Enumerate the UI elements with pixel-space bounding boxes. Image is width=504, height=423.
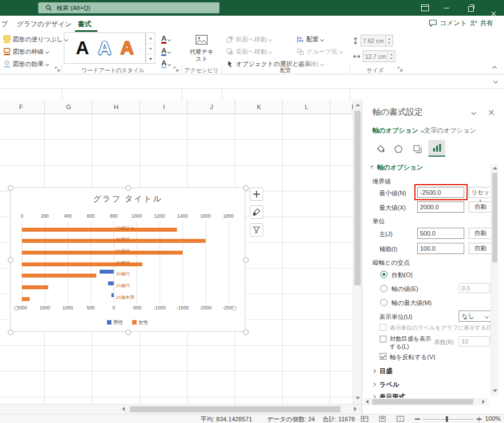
pane-tab-text-options[interactable]: 文字のオプション [424,126,477,135]
comments-button[interactable]: コメント [429,18,467,28]
major-value-input[interactable]: 500.0 [417,228,464,239]
zoom-slider-track[interactable] [423,419,473,420]
shape-effects-button[interactable]: 図形の効果 [3,58,49,69]
dialog-launcher-icon[interactable] [398,67,403,72]
category-axis-label[interactable]: 20歳未満 [116,294,134,300]
selection-handle[interactable] [243,330,249,335]
wordart-style-black[interactable]: A [76,37,89,59]
chart-elements-button[interactable] [250,187,263,201]
display-units-dropdown[interactable]: なし [459,311,491,322]
chart-bar-female[interactable] [22,228,177,232]
section-axis-options[interactable]: 軸のオプション [371,163,423,172]
page-break-view-icon[interactable] [396,416,404,422]
pane-horizontal-scrollbar[interactable] [363,398,489,406]
effects-icon[interactable] [390,141,406,157]
column-header[interactable]: H [92,100,140,114]
chart-bar-female[interactable] [22,239,206,243]
chart-bar-female[interactable] [22,285,48,289]
chart-bar-male[interactable] [108,281,114,285]
gallery-down-button[interactable] [146,44,155,54]
selection-handle[interactable] [8,185,13,191]
wordart-style-orange[interactable]: A [120,37,134,59]
formula-bar[interactable] [0,74,504,89]
pane-vertical-scrollbar[interactable] [491,164,498,396]
category-axis-label[interactable]: 60歳代 [116,236,130,242]
vertical-scroll-thumb[interactable] [354,111,361,285]
radio-axis-value[interactable] [380,285,388,292]
category-axis-label[interactable]: 20歳代 [116,283,130,289]
scroll-down-icon[interactable] [493,389,497,392]
share-button[interactable]: 共有 [470,18,493,28]
chart-bar-female[interactable] [22,274,96,278]
log-scale-checkbox[interactable] [380,336,386,342]
send-backward-button[interactable]: 背面へ移動 [226,46,272,57]
chart-filters-button[interactable] [250,223,263,237]
max-value-input[interactable]: 2000.0 [417,201,464,213]
selection-handle[interactable] [243,257,249,263]
status-count[interactable]: データの個数: 24 [267,415,315,423]
section-tick-marks[interactable]: 目盛 [372,367,393,375]
stepper-down-icon[interactable] [390,58,393,59]
pane-close-icon[interactable] [489,109,494,115]
group-button[interactable]: グループ化 [297,46,342,57]
dialog-launcher-icon[interactable] [174,67,179,72]
pane-vscroll-thumb[interactable] [492,173,497,262]
chart-legend[interactable]: 男性女性 [11,317,245,327]
height-stepper[interactable]: 7.62 cm [361,35,393,46]
normal-view-icon[interactable] [361,416,368,422]
selection-handle[interactable] [125,330,131,335]
chart[interactable]: グラフ タイトル 男性女性 02004006008001000120014001… [10,187,245,332]
bottom-axis-tick-label[interactable]: -1000 [150,305,170,311]
column-header[interactable]: K [235,100,283,114]
column-header[interactable]: J [188,100,235,114]
sheet-horizontal-scrollbar[interactable] [0,404,362,414]
collapse-ribbon-icon[interactable] [492,66,497,70]
status-average[interactable]: 平均: 834.1428571 [200,415,252,423]
restore-button[interactable] [468,6,474,12]
stepper-up-icon[interactable] [388,38,390,40]
selection-handle[interactable] [243,185,249,191]
tab-partial[interactable]: ブ [1,20,8,29]
bottom-axis-tick-label[interactable]: -2000 [195,305,216,311]
category-axis-label[interactable]: 30歳代 [116,271,130,277]
scroll-left-icon[interactable] [122,407,125,411]
bottom-axis-tick-label[interactable]: -1500 [172,305,193,311]
sheet-vertical-scrollbar[interactable] [353,100,362,404]
status-sum[interactable]: 合計: 11678 [323,415,355,423]
fill-line-icon[interactable] [372,141,388,157]
text-fill-button[interactable]: A [161,34,171,45]
axis-options-icon[interactable] [428,140,445,157]
minimize-button[interactable] [444,8,449,8]
reset-button[interactable]: リセット [469,187,492,198]
selection-handle[interactable] [125,185,131,191]
major-auto-button[interactable]: 自動 [469,228,492,239]
formula-bar-expand-icon[interactable] [493,79,498,83]
stepper-down-icon[interactable] [388,42,390,44]
legend-item[interactable]: 男性 [107,319,123,326]
shape-outline-button[interactable]: 図形の枠線 [3,46,49,57]
radio-axis-max[interactable] [380,299,388,306]
scroll-right-icon[interactable] [354,407,357,411]
tab-format[interactable]: 書式 [78,20,91,29]
stepper-up-icon[interactable] [390,54,393,55]
text-effects-button[interactable]: A [161,58,171,69]
pane-tab-axis-options[interactable]: 軸のオプション [372,126,424,135]
alt-text-button[interactable]: 代替テキスト [186,33,217,65]
bottom-axis-tick-label[interactable]: 1000 [58,305,78,311]
category-axis-label[interactable]: 40歳代 [116,260,130,266]
wordart-style-outline[interactable]: A [98,37,111,59]
category-axis-label[interactable]: 50歳代 [116,248,130,254]
max-auto-button[interactable]: 自動 [469,201,492,213]
zoom-level[interactable]: 100% [485,415,501,422]
reverse-axis-checkbox[interactable] [380,353,386,360]
column-header[interactable]: I [140,100,188,114]
bring-forward-button[interactable]: 前面へ移動 [226,34,272,45]
search-box[interactable]: 検索 (Alt+Q) [38,2,220,13]
bottom-axis-tick-label[interactable]: 0 [104,305,124,311]
size-properties-icon[interactable] [409,141,425,157]
zoom-out-icon[interactable] [415,419,420,420]
axis-selection-handle[interactable] [14,306,18,311]
minor-value-input[interactable]: 100.0 [417,243,464,254]
axis-selection-handle[interactable] [232,306,236,311]
minor-auto-button[interactable]: 自動 [469,243,492,254]
